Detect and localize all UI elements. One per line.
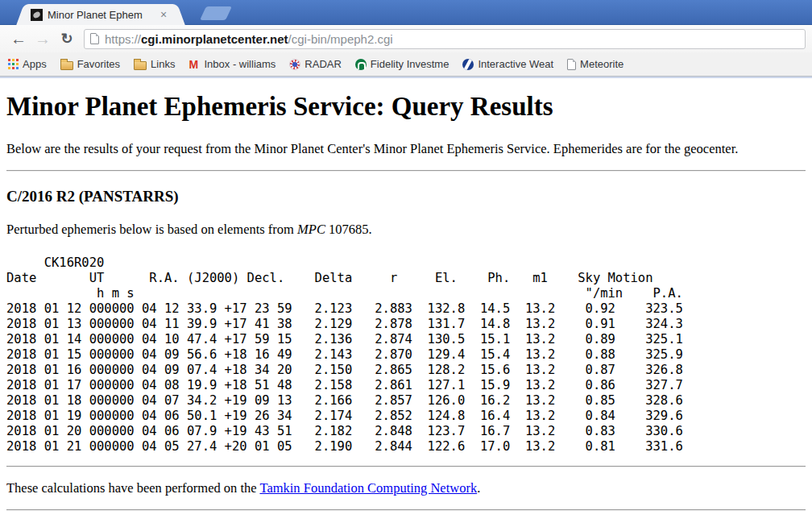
window-titlebar: Minor Planet Ephem × xyxy=(0,0,812,25)
ephemeris-output: CK16R020 Date UT R.A. (J2000) Decl. Delt… xyxy=(6,255,806,455)
forward-icon: → xyxy=(31,27,55,51)
folder-icon xyxy=(60,61,73,70)
back-icon[interactable]: ← xyxy=(6,27,31,51)
url-path: /cgi-bin/mpeph2.cgi xyxy=(288,32,393,46)
object-heading: C/2016 R2 (PANSTARRS) xyxy=(6,188,806,205)
page-content: Minor Planet Ephemeris Service: Query Re… xyxy=(0,92,812,511)
divider xyxy=(6,170,806,172)
page-title: Minor Planet Ephemeris Service: Query Re… xyxy=(6,92,806,122)
url-text: https://cgi.minorplanetcenter.net/cgi-bi… xyxy=(105,32,393,46)
url-scheme: https:// xyxy=(105,32,141,46)
tab-close-icon[interactable]: × xyxy=(157,9,170,20)
bookmark-fidelity-investme[interactable]: Fidelity Investme xyxy=(355,58,450,70)
bookmark-label: Favorites xyxy=(77,58,120,70)
footer-prefix: These calculations have been performed o… xyxy=(6,480,259,496)
bookmark-label: RADAR xyxy=(304,58,342,70)
bookmark-interactive-weat[interactable]: Interactive Weat xyxy=(462,58,553,70)
bookmarks-bar: AppsFavoritesLinksInbox - williamsRADARF… xyxy=(0,52,812,77)
footer-note: These calculations have been performed o… xyxy=(6,480,806,496)
bookmark-inbox-williams[interactable]: Inbox - williams xyxy=(188,58,276,70)
bookmark-label: Apps xyxy=(23,58,47,70)
elements-note: Perturbed ephemeris below is based on el… xyxy=(6,222,806,238)
bookmark-label: Inbox - williams xyxy=(204,58,276,70)
divider xyxy=(6,509,806,511)
chrome-bottom-strip xyxy=(0,77,812,78)
tab-title: Minor Planet Ephem xyxy=(48,9,154,21)
bookmark-label: Meteorite xyxy=(580,58,624,70)
radar-icon xyxy=(289,59,300,70)
bookmark-links[interactable]: Links xyxy=(134,58,175,70)
url-host: cgi.minorplanetcenter.net xyxy=(141,32,288,46)
folder-icon xyxy=(134,61,147,70)
globe-icon xyxy=(462,59,474,70)
divider xyxy=(6,466,806,467)
browser-toolbar: ← → ↻ https://cgi.minorplanetcenter.net/… xyxy=(0,25,812,52)
address-bar[interactable]: https://cgi.minorplanetcenter.net/cgi-bi… xyxy=(84,29,806,49)
bookmark-meteorite[interactable]: Meteorite xyxy=(567,58,624,70)
mpc-reference: MPC xyxy=(297,222,325,237)
mpc-favicon-icon xyxy=(31,9,43,21)
intro-text: Below are the results of your request fr… xyxy=(6,141,806,157)
browser-tab[interactable]: Minor Planet Ephem × xyxy=(26,4,176,25)
footer-suffix: . xyxy=(477,480,480,496)
bookmark-favorites[interactable]: Favorites xyxy=(60,58,120,70)
elements-note-prefix: Perturbed ephemeris below is based on el… xyxy=(6,222,297,237)
fidelity-icon xyxy=(355,59,367,70)
apps-grid-icon xyxy=(8,59,19,69)
bookmark-label: Fidelity Investme xyxy=(371,58,450,70)
tamkin-network-link[interactable]: Tamkin Foundation Computing Network xyxy=(259,480,477,496)
bookmark-label: Interactive Weat xyxy=(478,58,553,70)
new-tab-button[interactable] xyxy=(200,6,232,20)
reload-icon[interactable]: ↻ xyxy=(55,27,79,51)
page-icon xyxy=(567,59,576,70)
gmail-icon xyxy=(188,59,200,70)
bookmark-radar[interactable]: RADAR xyxy=(289,58,342,70)
bookmark-apps[interactable]: Apps xyxy=(8,58,47,70)
bookmark-label: Links xyxy=(151,58,175,70)
page-icon xyxy=(90,33,99,44)
elements-note-suffix: 107685. xyxy=(325,222,372,237)
